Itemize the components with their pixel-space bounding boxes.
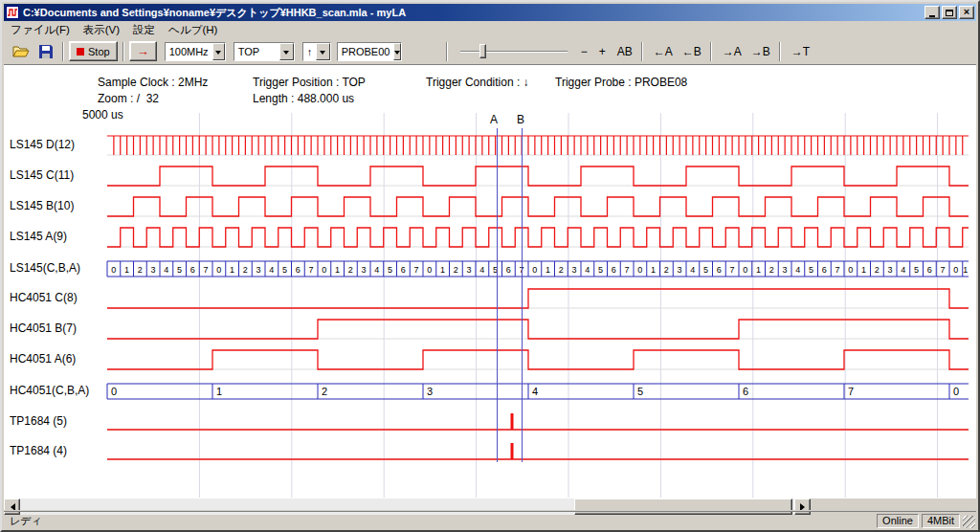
scroll-left-icon	[7, 503, 15, 511]
maximize-button[interactable]	[942, 6, 957, 19]
chevron-down-icon[interactable]	[393, 43, 401, 60]
resize-grip[interactable]	[963, 516, 975, 528]
goto-b-right-button[interactable]: →B	[747, 43, 774, 60]
toolbar-separator	[446, 42, 448, 61]
minimize-icon	[929, 15, 935, 17]
minimize-button[interactable]	[924, 6, 940, 19]
chevron-down-icon[interactable]	[212, 43, 225, 60]
channel-label: LS145(C,B,A)	[10, 261, 80, 275]
stop-button[interactable]: Stop	[69, 41, 118, 61]
channel-label: LS145 D(12)	[10, 138, 75, 151]
toolbar-separator	[779, 42, 781, 61]
cursor-a-label: A	[490, 113, 498, 126]
cursor-b-line[interactable]	[522, 128, 523, 462]
ab-button[interactable]: AB	[613, 43, 636, 60]
save-button[interactable]	[34, 41, 57, 62]
cursor-b-label: B	[517, 113, 524, 126]
trigger-position-info: Trigger Position : TOP	[253, 76, 366, 89]
stop-label: Stop	[88, 46, 110, 57]
channel-label: HC4051 A(6)	[10, 352, 76, 366]
channel-label: HC4051 B(7)	[10, 321, 77, 335]
probe-value: PROBE00	[338, 46, 394, 57]
waveform-area[interactable]	[4, 66, 976, 499]
chevron-down-icon[interactable]	[316, 43, 330, 60]
menu-item-0[interactable]: ファイル(F)	[4, 21, 77, 39]
cursor-a-line[interactable]	[497, 128, 498, 462]
channel-label: LS145 A(9)	[10, 230, 67, 243]
toolbar-separator	[122, 42, 124, 61]
toolbar-separator	[710, 42, 712, 61]
channel-label: LS145 B(10)	[10, 199, 74, 212]
slider-groove	[460, 51, 568, 53]
zoom-info: Zoom : / 32	[98, 92, 159, 105]
close-icon: ×	[964, 7, 969, 17]
goto-trigger-button[interactable]: →T	[788, 43, 813, 60]
window-controls: ×	[924, 6, 974, 19]
sample-clock-info: Sample Clock : 2MHz	[98, 76, 208, 89]
goto-b-left-button[interactable]: ←B	[679, 43, 705, 60]
statusbar: レディ Online 4MBit	[4, 512, 976, 529]
open-folder-icon	[12, 45, 30, 57]
trigger-condition-info: Trigger Condition : ↓	[426, 76, 529, 89]
window-title: C:¥Documents and Settings¥noname¥デスクトップ¥…	[23, 6, 924, 20]
floppy-icon	[39, 45, 53, 58]
open-button[interactable]	[10, 41, 33, 62]
menubar: ファイル(F)表示(V)設定ヘルプ(H)	[4, 21, 976, 38]
sample-clock-value: 100MHz	[166, 46, 212, 57]
close-button[interactable]: ×	[959, 6, 974, 19]
goto-a-right-button[interactable]: →A	[719, 43, 746, 60]
zoom-in-button[interactable]: +	[595, 43, 610, 60]
menu-item-2[interactable]: 設定	[126, 21, 162, 39]
maximize-icon	[946, 10, 953, 16]
channel-label: TP1684 (5)	[10, 414, 67, 428]
scroll-right-icon	[800, 503, 809, 511]
stop-icon	[77, 48, 84, 55]
goto-a-left-button[interactable]: ←A	[650, 43, 677, 60]
trigger-position-select[interactable]: TOP	[234, 42, 295, 61]
channel-label: LS145 C(11)	[10, 168, 74, 182]
run-arrow-icon: →	[137, 45, 149, 57]
online-indicator: Online	[877, 514, 919, 528]
toolbar-separator	[641, 42, 643, 61]
zoom-slider[interactable]	[460, 42, 568, 61]
menu-item-3[interactable]: ヘルプ(H)	[162, 21, 224, 39]
trigger-edge-select[interactable]: ↑	[302, 42, 331, 61]
status-text: レディ	[10, 514, 874, 528]
trigger-probe-info: Trigger Probe : PROBE08	[555, 76, 687, 89]
titlebar[interactable]: C:¥Documents and Settings¥noname¥デスクトップ¥…	[4, 4, 976, 21]
memory-indicator: 4MBit	[922, 514, 960, 528]
probe-select[interactable]: PROBE00	[337, 42, 402, 61]
run-button[interactable]: →	[129, 41, 157, 61]
menu-item-1[interactable]: 表示(V)	[77, 21, 126, 39]
toolbar-separator	[62, 42, 64, 61]
trigger-edge-value: ↑	[303, 46, 317, 57]
trigger-position-value: TOP	[234, 46, 279, 57]
zoom-out-button[interactable]: −	[577, 43, 591, 60]
channel-label: TP1684 (4)	[10, 444, 67, 457]
chevron-down-icon[interactable]	[279, 43, 294, 60]
channel-label: HC4051(C,B,A)	[10, 384, 89, 397]
channel-label: HC4051 C(8)	[10, 291, 78, 304]
app-icon	[6, 6, 19, 19]
toolbar: Stop → 100MHz TOP ↑ PROBE00 − + AB ←A ←B…	[4, 38, 976, 65]
length-info: Length : 488.000 us	[253, 92, 354, 105]
time-scale-label: 5000 us	[82, 108, 123, 122]
sample-clock-select[interactable]: 100MHz	[165, 42, 226, 61]
slider-thumb[interactable]	[479, 44, 486, 58]
